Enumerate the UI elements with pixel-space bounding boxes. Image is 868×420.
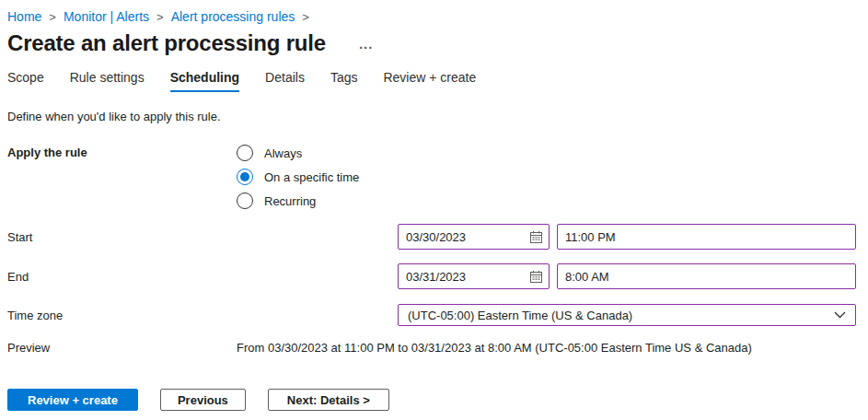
radio-option-always[interactable]: Always	[237, 141, 359, 165]
tab-scheduling[interactable]: Scheduling	[170, 70, 239, 92]
scheduling-description: Define when you'd like to apply this rul…	[7, 110, 861, 123]
review-create-button[interactable]: Review + create	[7, 389, 138, 411]
apply-rule-radio-group: Always On a specific time Recurring	[237, 141, 359, 213]
breadcrumb-home-link[interactable]: Home	[7, 9, 41, 24]
title-row: Create an alert processing rule ...	[7, 30, 861, 56]
next-details-button[interactable]: Next: Details >	[268, 389, 389, 411]
end-controls	[237, 263, 856, 289]
end-date-input[interactable]	[398, 263, 550, 289]
end-row: End	[7, 263, 861, 289]
timezone-select[interactable]: (UTC-05:00) Eastern Time (US & Canada)	[398, 304, 856, 326]
apply-rule-label: Apply the rule	[7, 141, 237, 165]
chevron-down-icon	[834, 311, 846, 319]
start-date-input[interactable]	[398, 224, 550, 250]
radio-selected-icon	[237, 169, 253, 185]
preview-text: From 03/30/2023 at 11:00 PM to 03/31/202…	[237, 341, 752, 355]
apply-rule-row: Apply the rule Always On a specific time…	[7, 141, 861, 213]
tab-tags[interactable]: Tags	[330, 70, 358, 92]
previous-button[interactable]: Previous	[160, 389, 246, 411]
timezone-controls: (UTC-05:00) Eastern Time (US & Canada)	[237, 304, 856, 326]
tab-review-create[interactable]: Review + create	[383, 70, 476, 92]
start-controls	[237, 224, 856, 250]
more-options-icon[interactable]: ...	[355, 37, 377, 51]
breadcrumb-separator: >	[41, 10, 64, 24]
radio-option-recurring[interactable]: Recurring	[237, 189, 359, 213]
tab-rule-settings[interactable]: Rule settings	[70, 70, 145, 92]
create-alert-processing-rule-page: Home>Monitor | Alerts>Alert processing r…	[0, 0, 868, 411]
footer-actions: Review + create Previous Next: Details >	[7, 389, 861, 411]
tab-scope[interactable]: Scope	[7, 70, 44, 92]
breadcrumb-alert-processing-rules-link[interactable]: Alert processing rules	[171, 9, 295, 24]
timezone-label: Time zone	[7, 309, 237, 322]
tab-details[interactable]: Details	[265, 70, 305, 92]
end-label: End	[7, 270, 237, 284]
page-title: Create an alert processing rule	[7, 30, 326, 56]
radio-label: Always	[264, 146, 302, 160]
radio-icon	[237, 192, 253, 209]
start-time-input[interactable]	[557, 224, 856, 250]
radio-option-on-specific-time[interactable]: On a specific time	[237, 165, 359, 189]
radio-label: Recurring	[264, 194, 316, 208]
timezone-selected-value: (UTC-05:00) Eastern Time (US & Canada)	[408, 309, 632, 322]
breadcrumb-separator: >	[295, 10, 317, 24]
tab-bar: Scope Rule settings Scheduling Details T…	[7, 70, 861, 92]
breadcrumb-separator: >	[149, 10, 171, 24]
start-label: Start	[7, 230, 237, 244]
preview-label: Preview	[7, 341, 237, 355]
radio-icon	[237, 145, 253, 161]
timezone-row: Time zone (UTC-05:00) Eastern Time (US &…	[7, 304, 861, 326]
end-time-input[interactable]	[557, 263, 856, 289]
breadcrumb-monitor-alerts-link[interactable]: Monitor | Alerts	[64, 9, 149, 24]
breadcrumb: Home>Monitor | Alerts>Alert processing r…	[7, 9, 861, 24]
end-date-wrap	[398, 263, 550, 289]
radio-label: On a specific time	[264, 170, 359, 184]
preview-row: Preview From 03/30/2023 at 11:00 PM to 0…	[7, 341, 861, 355]
start-row: Start	[7, 224, 861, 250]
start-date-wrap	[398, 224, 550, 250]
